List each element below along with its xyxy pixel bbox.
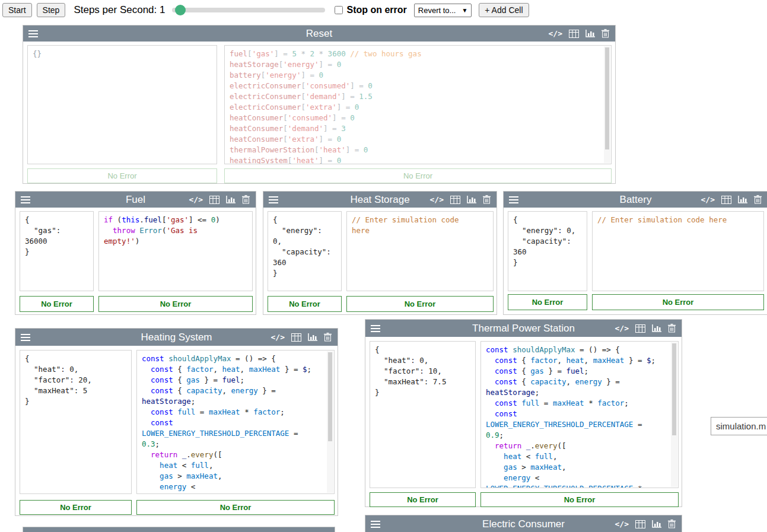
cell-electric-consumer-header: Electric Consumer </> — [365, 515, 682, 532]
code-error-box: No Error — [592, 294, 764, 310]
add-cell-button[interactable]: + Add Cell — [479, 3, 529, 18]
speed-slider-handle[interactable] — [175, 5, 186, 15]
delete-cell-icon[interactable] — [483, 195, 491, 204]
code-error-box: No Error — [224, 168, 612, 183]
chart-view-icon[interactable] — [738, 196, 747, 204]
scrollbar[interactable] — [671, 342, 677, 487]
delete-cell-icon[interactable] — [668, 324, 676, 333]
state-error-box: No Error — [20, 500, 132, 515]
code-error-box: No Error — [346, 296, 494, 312]
state-editor[interactable]: { "energy":0, "capacity":360} — [268, 211, 342, 291]
chevron-down-icon: ▼ — [462, 7, 467, 14]
cell-fuel-header: Fuel </> — [15, 192, 256, 208]
code-editor[interactable]: const shouldApplyMax = () => { const { f… — [480, 341, 679, 488]
code-view-icon[interactable]: </> — [189, 196, 203, 203]
cell-reset: Reset </> {} fuel['gas'] = 5 * 2 * 3600 … — [23, 25, 616, 184]
chart-view-icon[interactable] — [585, 30, 595, 38]
cell-reset-header: Reset </> — [23, 26, 615, 42]
cell-electric-consumer: Electric Consumer </> — [365, 515, 682, 532]
code-editor[interactable]: const shouldApplyMax = () => { const { f… — [136, 350, 335, 494]
code-editor[interactable]: // Enter simulation codehere — [346, 211, 494, 291]
cell-fuel: Fuel </> { "gas":36000} if (this.fuel['g… — [15, 191, 256, 315]
code-view-icon[interactable]: </> — [430, 196, 444, 203]
drag-handle-icon[interactable] — [21, 195, 30, 205]
code-view-icon[interactable]: </> — [549, 30, 562, 37]
speed-slider[interactable] — [172, 8, 325, 12]
code-error-box: No Error — [98, 296, 253, 312]
code-error-box: No Error — [480, 492, 679, 507]
drag-handle-icon[interactable] — [509, 195, 518, 205]
delete-cell-icon[interactable] — [324, 333, 332, 342]
drag-handle-icon[interactable] — [28, 28, 38, 39]
step-button[interactable]: Step — [37, 3, 66, 18]
cell-heat-storage-header: Heat Storage </> — [263, 192, 497, 208]
state-error-box: No Error — [20, 296, 94, 312]
cell-battery: Battery </> { "energy": 0, "capacity":36… — [503, 191, 767, 315]
cell-heating-system-header: Heating System </> — [15, 329, 338, 346]
stop-on-error-checkbox[interactable] — [335, 6, 343, 14]
state-error-box: No Error — [370, 492, 476, 507]
table-view-icon[interactable] — [450, 196, 460, 204]
toolbar: Start Step Steps per Second: 1 Stop on e… — [0, 0, 767, 20]
start-button[interactable]: Start — [2, 3, 32, 18]
table-view-icon[interactable] — [291, 333, 301, 342]
state-editor[interactable]: { "gas":36000} — [20, 211, 94, 291]
cell-thermal-power-station-header: Thermal Power Station </> — [365, 320, 682, 337]
state-editor[interactable]: { "heat": 0, "factor": 10, "maxHeat": 7.… — [370, 341, 476, 488]
scrollbar-thumb[interactable] — [672, 343, 676, 435]
code-editor[interactable]: fuel['gas'] = 5 * 2 * 3600 // two hours … — [224, 45, 612, 164]
drag-handle-icon[interactable] — [371, 323, 380, 334]
drag-handle-icon[interactable] — [21, 332, 30, 343]
steps-per-second-text: Steps per Second: — [74, 4, 157, 15]
delete-cell-icon[interactable] — [668, 520, 676, 528]
steps-per-second-value: 1 — [160, 4, 165, 15]
code-view-icon[interactable]: </> — [271, 333, 285, 341]
code-error-box: No Error — [136, 500, 335, 515]
table-view-icon[interactable] — [209, 196, 219, 204]
revert-select-value: Revert to... — [418, 6, 456, 15]
revert-select[interactable]: Revert to... ▼ — [414, 4, 472, 17]
cell-heating-system: Heating System </> { "heat": 0, "factor"… — [15, 328, 338, 516]
chart-view-icon[interactable] — [308, 333, 317, 342]
code-view-icon[interactable]: </> — [615, 324, 629, 332]
scrollbar-thumb[interactable] — [605, 47, 609, 149]
cell-partial-header — [23, 527, 335, 532]
steps-per-second-label: Steps per Second: 1 — [74, 4, 165, 16]
state-editor[interactable]: { "energy": 0, "capacity":360} — [508, 211, 587, 291]
chart-view-icon[interactable] — [652, 520, 661, 528]
cell-title: Reset — [23, 28, 615, 40]
simulation-file-tooltip: simulation.m — [711, 417, 767, 435]
state-error-box: No Error — [268, 296, 342, 312]
scrollbar-thumb[interactable] — [328, 352, 332, 441]
chart-view-icon[interactable] — [467, 196, 476, 204]
delete-cell-icon[interactable] — [242, 195, 250, 204]
code-editor[interactable]: // Enter simulation code here — [592, 211, 764, 291]
scrollbar[interactable] — [604, 46, 610, 163]
code-view-icon[interactable]: </> — [615, 520, 629, 528]
state-editor[interactable]: {} — [27, 45, 217, 164]
cell-battery-header: Battery </> — [504, 192, 767, 208]
delete-cell-icon[interactable] — [754, 195, 762, 204]
scrollbar[interactable] — [327, 351, 333, 493]
state-error-box: No Error — [508, 294, 587, 310]
state-editor[interactable]: { "heat": 0, "factor": 20, "maxHeat": 5} — [20, 350, 132, 494]
drag-handle-icon[interactable] — [269, 195, 278, 205]
chart-view-icon[interactable] — [226, 196, 235, 204]
state-error-box: No Error — [27, 168, 217, 183]
code-editor[interactable]: if (this.fuel['gas'] <= 0) throw Error('… — [98, 211, 253, 291]
code-view-icon[interactable]: </> — [701, 196, 715, 203]
delete-cell-icon[interactable] — [601, 29, 609, 38]
table-view-icon[interactable] — [721, 196, 731, 204]
cell-thermal-power-station: Thermal Power Station </> { "heat": 0, "… — [365, 319, 682, 507]
chart-view-icon[interactable] — [652, 324, 661, 333]
cell-heat-storage: Heat Storage </> { "energy":0, "capacity… — [263, 191, 497, 315]
cell-partial-bottom-left — [23, 527, 335, 532]
drag-handle-icon[interactable] — [371, 519, 380, 530]
table-view-icon[interactable] — [635, 324, 645, 333]
table-view-icon[interactable] — [569, 30, 579, 38]
stop-on-error-label: Stop on error — [346, 5, 406, 15]
table-view-icon[interactable] — [635, 520, 645, 528]
